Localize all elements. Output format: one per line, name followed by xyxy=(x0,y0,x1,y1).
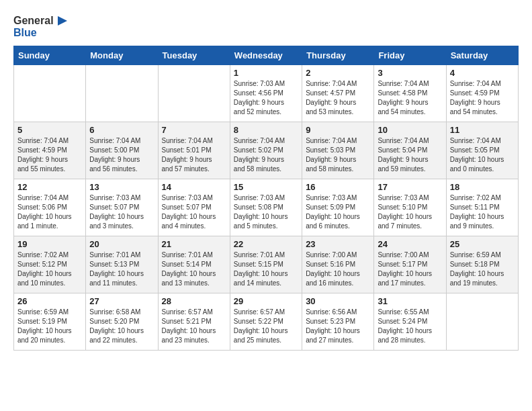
day-detail: Sunrise: 6:57 AM Sunset: 5:22 PM Dayligh… xyxy=(234,308,298,345)
day-number: 26 xyxy=(17,296,82,306)
day-detail: Sunrise: 6:56 AM Sunset: 5:23 PM Dayligh… xyxy=(306,308,370,345)
day-number: 9 xyxy=(306,125,370,135)
logo-blue: Blue xyxy=(13,27,70,39)
day-number: 18 xyxy=(450,182,515,192)
header-day-monday: Monday xyxy=(86,46,158,64)
calendar-cell: 29Sunrise: 6:57 AM Sunset: 5:22 PM Dayli… xyxy=(230,293,302,350)
logo-icon xyxy=(55,13,70,28)
day-detail: Sunrise: 7:04 AM Sunset: 4:59 PM Dayligh… xyxy=(450,79,515,117)
calendar-cell: 1Sunrise: 7:03 AM Sunset: 4:56 PM Daylig… xyxy=(230,64,302,122)
calendar-cell: 24Sunrise: 7:00 AM Sunset: 5:17 PM Dayli… xyxy=(374,236,446,293)
day-number: 2 xyxy=(306,68,370,78)
day-number: 15 xyxy=(234,182,298,192)
day-detail: Sunrise: 7:00 AM Sunset: 5:16 PM Dayligh… xyxy=(306,250,370,288)
day-detail: Sunrise: 6:59 AM Sunset: 5:19 PM Dayligh… xyxy=(17,308,82,345)
calendar-cell: 19Sunrise: 7:02 AM Sunset: 5:12 PM Dayli… xyxy=(14,236,86,293)
day-detail: Sunrise: 7:04 AM Sunset: 5:02 PM Dayligh… xyxy=(234,136,298,174)
calendar-table: SundayMondayTuesdayWednesdayThursdayFrid… xyxy=(13,46,519,351)
day-detail: Sunrise: 7:04 AM Sunset: 5:00 PM Dayligh… xyxy=(89,136,154,174)
day-detail: Sunrise: 7:02 AM Sunset: 5:12 PM Dayligh… xyxy=(17,250,82,288)
day-detail: Sunrise: 7:04 AM Sunset: 4:57 PM Dayligh… xyxy=(306,79,370,117)
day-detail: Sunrise: 7:04 AM Sunset: 5:05 PM Dayligh… xyxy=(450,136,515,174)
day-number: 3 xyxy=(378,68,442,78)
header-day-thursday: Thursday xyxy=(302,46,374,64)
day-detail: Sunrise: 7:01 AM Sunset: 5:13 PM Dayligh… xyxy=(89,250,154,288)
day-number: 16 xyxy=(306,182,370,192)
day-detail: Sunrise: 7:03 AM Sunset: 5:08 PM Dayligh… xyxy=(234,193,298,231)
header-day-saturday: Saturday xyxy=(446,46,518,64)
day-number: 19 xyxy=(17,239,82,249)
calendar-cell: 25Sunrise: 6:59 AM Sunset: 5:18 PM Dayli… xyxy=(446,236,518,293)
day-number: 12 xyxy=(17,182,82,192)
day-number: 24 xyxy=(378,239,442,249)
calendar-cell xyxy=(14,64,86,122)
week-row-4: 26Sunrise: 6:59 AM Sunset: 5:19 PM Dayli… xyxy=(14,293,519,350)
calendar-cell: 27Sunrise: 6:58 AM Sunset: 5:20 PM Dayli… xyxy=(86,293,158,350)
calendar-cell: 14Sunrise: 7:03 AM Sunset: 5:07 PM Dayli… xyxy=(158,179,230,236)
calendar-cell: 17Sunrise: 7:03 AM Sunset: 5:10 PM Dayli… xyxy=(374,179,446,236)
day-number: 4 xyxy=(450,68,515,78)
day-detail: Sunrise: 7:04 AM Sunset: 5:06 PM Dayligh… xyxy=(17,193,82,231)
day-number: 11 xyxy=(450,125,515,135)
calendar-cell: 18Sunrise: 7:02 AM Sunset: 5:11 PM Dayli… xyxy=(446,179,518,236)
logo-general: General xyxy=(13,15,54,27)
calendar-cell xyxy=(86,64,158,122)
day-detail: Sunrise: 6:55 AM Sunset: 5:24 PM Dayligh… xyxy=(378,308,442,345)
calendar-cell: 28Sunrise: 6:57 AM Sunset: 5:21 PM Dayli… xyxy=(158,293,230,350)
day-number: 23 xyxy=(306,239,370,249)
day-detail: Sunrise: 7:00 AM Sunset: 5:17 PM Dayligh… xyxy=(378,250,442,288)
day-detail: Sunrise: 7:04 AM Sunset: 5:04 PM Dayligh… xyxy=(378,136,442,174)
logo-container: General Blue xyxy=(13,13,70,39)
day-number: 22 xyxy=(234,239,298,249)
calendar-cell: 26Sunrise: 6:59 AM Sunset: 5:19 PM Dayli… xyxy=(14,293,86,350)
day-detail: Sunrise: 7:01 AM Sunset: 5:15 PM Dayligh… xyxy=(234,250,298,288)
day-detail: Sunrise: 7:03 AM Sunset: 5:10 PM Dayligh… xyxy=(378,193,442,231)
calendar-cell: 15Sunrise: 7:03 AM Sunset: 5:08 PM Dayli… xyxy=(230,179,302,236)
calendar-cell xyxy=(158,64,230,122)
week-row-2: 12Sunrise: 7:04 AM Sunset: 5:06 PM Dayli… xyxy=(14,179,519,236)
day-number: 17 xyxy=(378,182,442,192)
calendar-cell: 3Sunrise: 7:04 AM Sunset: 4:58 PM Daylig… xyxy=(374,64,446,122)
calendar-cell: 4Sunrise: 7:04 AM Sunset: 4:59 PM Daylig… xyxy=(446,64,518,122)
day-detail: Sunrise: 7:04 AM Sunset: 5:03 PM Dayligh… xyxy=(306,136,370,174)
day-number: 20 xyxy=(89,239,154,249)
calendar-header-row: SundayMondayTuesdayWednesdayThursdayFrid… xyxy=(14,46,519,64)
header-day-wednesday: Wednesday xyxy=(230,46,302,64)
day-detail: Sunrise: 6:57 AM Sunset: 5:21 PM Dayligh… xyxy=(162,308,226,345)
day-detail: Sunrise: 6:58 AM Sunset: 5:20 PM Dayligh… xyxy=(89,308,154,345)
day-detail: Sunrise: 7:04 AM Sunset: 4:59 PM Dayligh… xyxy=(17,136,82,174)
day-number: 13 xyxy=(89,182,154,192)
header-day-friday: Friday xyxy=(374,46,446,64)
calendar-cell: 6Sunrise: 7:04 AM Sunset: 5:00 PM Daylig… xyxy=(86,122,158,179)
calendar-cell: 2Sunrise: 7:04 AM Sunset: 4:57 PM Daylig… xyxy=(302,64,374,122)
day-number: 31 xyxy=(378,296,442,306)
day-detail: Sunrise: 7:03 AM Sunset: 5:07 PM Dayligh… xyxy=(89,193,154,231)
day-detail: Sunrise: 7:04 AM Sunset: 4:58 PM Dayligh… xyxy=(378,79,442,117)
calendar-cell: 23Sunrise: 7:00 AM Sunset: 5:16 PM Dayli… xyxy=(302,236,374,293)
calendar-cell: 11Sunrise: 7:04 AM Sunset: 5:05 PM Dayli… xyxy=(446,122,518,179)
day-number: 14 xyxy=(162,182,226,192)
day-number: 27 xyxy=(89,296,154,306)
calendar-cell: 7Sunrise: 7:04 AM Sunset: 5:01 PM Daylig… xyxy=(158,122,230,179)
calendar-cell: 16Sunrise: 7:03 AM Sunset: 5:09 PM Dayli… xyxy=(302,179,374,236)
day-number: 1 xyxy=(234,68,298,78)
header-day-tuesday: Tuesday xyxy=(158,46,230,64)
calendar-header: General Blue xyxy=(13,13,519,39)
day-number: 21 xyxy=(162,239,226,249)
day-number: 6 xyxy=(89,125,154,135)
day-detail: Sunrise: 7:04 AM Sunset: 5:01 PM Dayligh… xyxy=(162,136,226,174)
svg-marker-0 xyxy=(58,16,67,26)
day-detail: Sunrise: 7:03 AM Sunset: 5:09 PM Dayligh… xyxy=(306,193,370,231)
calendar-cell: 8Sunrise: 7:04 AM Sunset: 5:02 PM Daylig… xyxy=(230,122,302,179)
calendar-cell: 12Sunrise: 7:04 AM Sunset: 5:06 PM Dayli… xyxy=(14,179,86,236)
calendar-cell: 5Sunrise: 7:04 AM Sunset: 4:59 PM Daylig… xyxy=(14,122,86,179)
calendar-cell: 10Sunrise: 7:04 AM Sunset: 5:04 PM Dayli… xyxy=(374,122,446,179)
header-day-sunday: Sunday xyxy=(14,46,86,64)
day-detail: Sunrise: 7:02 AM Sunset: 5:11 PM Dayligh… xyxy=(450,193,515,231)
calendar-cell: 30Sunrise: 6:56 AM Sunset: 5:23 PM Dayli… xyxy=(302,293,374,350)
day-number: 8 xyxy=(234,125,298,135)
calendar-cell: 9Sunrise: 7:04 AM Sunset: 5:03 PM Daylig… xyxy=(302,122,374,179)
calendar-cell: 21Sunrise: 7:01 AM Sunset: 5:14 PM Dayli… xyxy=(158,236,230,293)
calendar-cell xyxy=(446,293,518,350)
calendar-cell: 13Sunrise: 7:03 AM Sunset: 5:07 PM Dayli… xyxy=(86,179,158,236)
